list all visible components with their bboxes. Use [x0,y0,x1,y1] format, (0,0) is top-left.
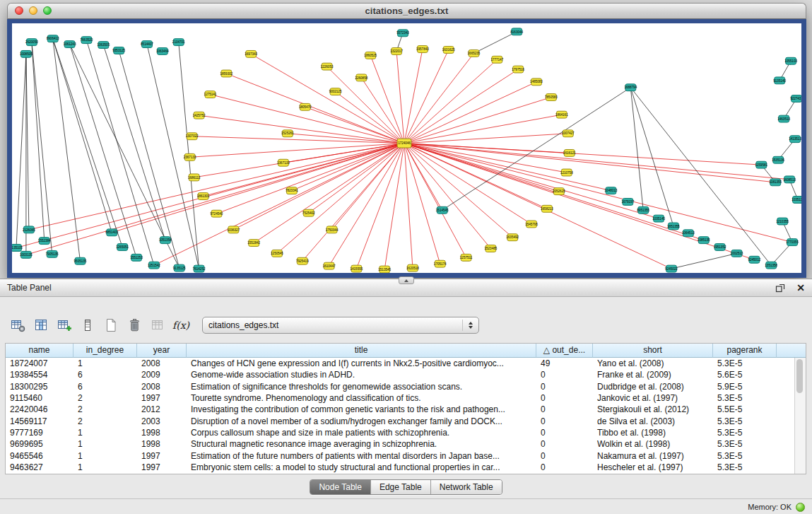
network-node[interactable]: 7850583 [545,94,558,101]
table-cell[interactable]: 9115460 [6,393,73,403]
table-cell[interactable]: 5.3E-5 [713,358,777,368]
network-node[interactable]: 1864161 [555,111,568,118]
network-edge[interactable] [309,144,404,214]
network-node[interactable]: 1250545 [271,250,283,257]
network-node[interactable]: 1061243 [64,41,76,48]
network-node[interactable]: 1063505 [97,42,110,49]
table-cell[interactable]: 49 [536,358,593,368]
network-node[interactable]: 1777147 [490,56,503,63]
network-node[interactable]: 1797516 [512,66,524,73]
network-node[interactable]: 1485083 [530,78,543,86]
network-node[interactable]: 8163044 [510,28,523,35]
network-edge[interactable] [404,144,512,238]
network-node[interactable]: 1535136 [772,156,784,163]
table-cell[interactable]: 5.3E-5 [713,451,777,461]
network-node[interactable]: 1055103 [784,57,797,64]
network-node[interactable]: 1951352 [714,244,726,251]
tab-network-table[interactable]: Network Table [431,480,502,494]
table-cell[interactable]: Franke et al. (2009) [593,370,713,380]
network-node[interactable]: 1251542 [148,262,160,269]
network-node[interactable]: 1545795 [525,221,538,228]
network-node[interactable]: 1957843 [416,46,429,53]
network-edge[interactable] [53,39,112,233]
table-row[interactable]: 2242004622012Investigating the contribut… [6,404,806,415]
network-edge[interactable] [356,144,404,269]
table-cell[interactable]: 0 [536,370,593,380]
table-cell[interactable]: Wolkin et al. (1998) [593,439,713,449]
table-cell[interactable]: 1 [73,358,137,368]
table-cell[interactable]: Changes of HCN gene expression and I(f) … [187,358,536,368]
table-cell[interactable]: 1 [73,439,137,449]
network-node[interactable]: 9135125 [173,264,186,271]
network-node[interactable]: 2260858 [355,74,367,81]
network-edge[interactable] [199,115,404,143]
network-node[interactable]: 1616121 [563,149,576,156]
table-cell[interactable]: 2008 [137,382,187,392]
network-node[interactable]: 1686113 [188,174,201,181]
network-node[interactable]: 1658213 [541,205,553,212]
network-edge[interactable] [119,50,180,268]
network-node[interactable]: 1048013 [605,187,618,194]
column-header[interactable]: in_degree [73,344,137,358]
network-edge[interactable] [302,144,404,262]
network-edge[interactable] [53,39,122,247]
table-cell[interactable]: 18300295 [6,382,73,392]
network-canvas[interactable]: 1724046169734318593021275141142575213070… [12,23,801,273]
network-node[interactable]: 1665235 [468,49,481,57]
network-edge[interactable] [630,88,673,226]
network-node[interactable]: 7525402 [302,209,315,216]
import-table-button[interactable] [148,316,167,334]
delete-row-button[interactable] [125,316,143,334]
table-row[interactable]: 946362711997Embryonic stem cells: a mode… [6,462,806,473]
table-cell[interactable]: 2012 [137,404,187,414]
table-cell[interactable]: 0 [536,439,593,449]
network-node[interactable]: 1081355 [769,179,782,186]
table-cell[interactable]: Estimation of significance thresholds fo… [187,382,536,392]
network-edge[interactable] [404,144,413,269]
network-node[interactable]: 5572343 [396,30,409,37]
panel-resize-handle[interactable] [399,276,414,284]
network-edge[interactable] [70,45,180,269]
new-row-button[interactable] [102,316,120,334]
network-edge[interactable] [292,144,404,191]
network-node[interactable]: 9002125 [329,88,342,95]
window-titlebar[interactable]: citations_edges.txt [7,3,806,19]
table-cell[interactable]: 1998 [137,439,187,449]
network-node[interactable]: 1851355 [667,223,680,230]
close-panel-icon[interactable]: ✕ [796,282,805,293]
table-cell[interactable]: 2008 [137,358,187,368]
network-node[interactable]: 8514407 [141,41,153,48]
table-row[interactable]: 1456911722003Disruption of a novel membe… [6,415,806,426]
table-cell[interactable]: Embryonic stem cells: a model to study s… [187,462,536,472]
network-edge[interactable] [16,144,404,248]
network-node[interactable]: 1750344 [326,226,339,233]
table-row[interactable]: 1872400712008Changes of HCN gene express… [6,358,806,369]
table-row[interactable]: 1938455462009Genome-wide association stu… [6,369,806,380]
table-cell[interactable]: Yano et al. (2008) [593,358,713,368]
network-edge[interactable] [26,144,404,255]
network-node[interactable]: 1008505 [20,50,33,57]
network-edge[interactable] [473,32,517,54]
network-node[interactable]: 7925419 [296,257,309,264]
table-cell[interactable]: 2 [73,404,137,414]
column-header[interactable]: short [593,344,713,358]
network-edge[interactable] [404,144,490,249]
network-node[interactable]: 1035135 [792,197,801,204]
network-node[interactable]: 1425752 [193,112,206,119]
table-cell[interactable]: 18724007 [6,358,73,368]
network-edge[interactable] [404,144,761,165]
network-node[interactable]: 1551253 [130,254,143,261]
table-cell[interactable]: Hescheler et al. (1997) [593,462,713,472]
create-column-button[interactable] [55,316,73,334]
network-node[interactable]: 1064513 [682,230,695,237]
network-edge[interactable] [404,144,792,243]
table-cell[interactable]: 0 [536,451,593,461]
table-cell[interactable]: 1 [73,428,137,438]
network-node[interactable]: 7823341 [286,187,298,194]
network-node[interactable]: 1036327 [227,226,240,233]
network-node[interactable]: 1035145 [652,215,665,222]
network-node[interactable]: 8951355 [637,206,649,214]
network-edge[interactable] [630,88,643,211]
network-edge[interactable] [404,98,551,144]
network-node[interactable]: 1552384 [38,238,51,245]
